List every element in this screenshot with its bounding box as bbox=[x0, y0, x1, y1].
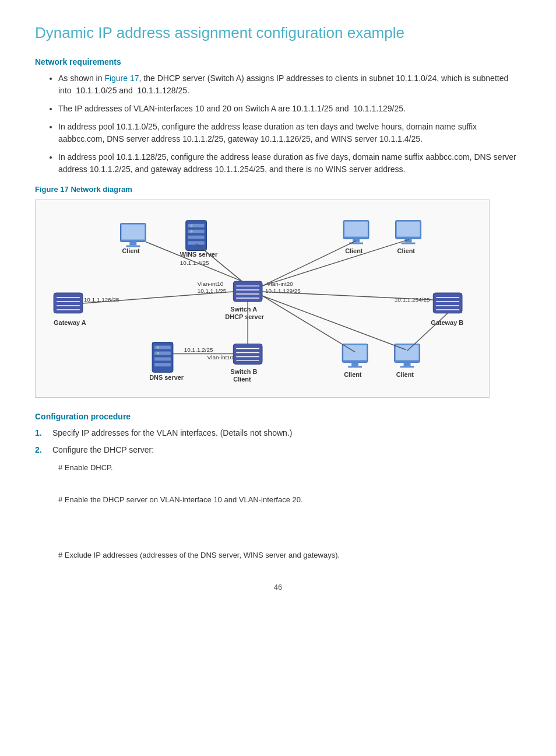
bullet-1: As shown in Figure 17, the DHCP server (… bbox=[58, 72, 521, 97]
page-title: Dynamic IP address assignment configurat… bbox=[35, 23, 521, 43]
switch-b-label1: Switch B bbox=[230, 368, 257, 375]
svg-rect-49 bbox=[351, 362, 358, 366]
client-bottomright2-label: Client bbox=[396, 371, 414, 378]
svg-rect-50 bbox=[348, 366, 362, 368]
dns-server-label: DNS server bbox=[149, 374, 184, 381]
figure-17-link[interactable]: Figure 17 bbox=[104, 74, 139, 83]
svg-rect-44 bbox=[154, 363, 171, 366]
comment-exclude-ip: # Exclude IP addresses (addresses of the… bbox=[58, 551, 521, 559]
vlan-int10-top: Vlan-int10 bbox=[198, 281, 224, 287]
comment-enable-dhcp: # Enable DHCP. bbox=[58, 463, 521, 472]
svg-rect-27 bbox=[397, 222, 420, 237]
svg-rect-13 bbox=[129, 242, 136, 245]
svg-rect-53 bbox=[404, 362, 411, 366]
network-diagram: Gateway A 10.1.1.126/25 Gateway B 10.1.1… bbox=[35, 200, 490, 398]
client-topleft-label: Client bbox=[122, 247, 140, 254]
figure-caption: Figure 17 Network diagram bbox=[35, 185, 521, 194]
svg-rect-12 bbox=[121, 225, 145, 240]
svg-rect-19 bbox=[188, 241, 205, 244]
bullet-3: In address pool 10.1.1.0/25, configure t… bbox=[58, 121, 521, 145]
svg-rect-43 bbox=[154, 357, 171, 360]
vlan-int10-bottom: Vlan-int10 bbox=[207, 354, 234, 360]
switch-a-label2: DHCP server bbox=[225, 313, 264, 320]
svg-rect-14 bbox=[126, 245, 140, 247]
page-number: 46 bbox=[35, 583, 521, 592]
configuration-steps: Specify IP addresses for the VLAN interf… bbox=[35, 427, 521, 456]
dns-ip: 10.1.1.2/25 bbox=[184, 346, 213, 353]
svg-rect-54 bbox=[400, 366, 414, 368]
comment-enable-vlan: # Enable the DHCP server on VLAN-interfa… bbox=[58, 495, 521, 504]
configuration-procedure-heading: Configuration procedure bbox=[35, 412, 521, 421]
network-requirements-heading: Network requirements bbox=[35, 57, 521, 66]
svg-point-46 bbox=[157, 352, 159, 354]
network-requirements-list: As shown in Figure 17, the DHCP server (… bbox=[35, 72, 521, 176]
diagram-svg: Gateway A 10.1.1.126/25 Gateway B 10.1.1… bbox=[36, 200, 489, 397]
svg-rect-35 bbox=[233, 344, 262, 364]
svg-rect-18 bbox=[188, 235, 205, 239]
gateway-b-label: Gateway B bbox=[431, 319, 463, 326]
wins-ip: 10.1.1.4/25 bbox=[180, 260, 209, 266]
switch-a-label1: Switch A bbox=[230, 306, 257, 313]
svg-point-21 bbox=[191, 230, 193, 232]
gateway-a-label: Gateway A bbox=[54, 319, 86, 326]
bullet-4: In address pool 10.1.1.128/25, configure… bbox=[58, 151, 521, 176]
client-topright1-label: Client bbox=[345, 247, 363, 254]
bullet-2: The IP addresses of VLAN-interfaces 10 a… bbox=[58, 103, 521, 115]
step-1: Specify IP addresses for the VLAN interf… bbox=[35, 427, 521, 439]
client-topright2-label: Client bbox=[397, 247, 416, 254]
svg-rect-29 bbox=[402, 242, 416, 244]
step-2: Configure the DHCP server: bbox=[35, 444, 521, 456]
svg-rect-23 bbox=[344, 222, 368, 237]
svg-point-20 bbox=[191, 225, 193, 227]
switch-b-label2: Client bbox=[233, 376, 251, 383]
svg-point-45 bbox=[157, 346, 159, 348]
client-bottomright1-label: Client bbox=[344, 371, 362, 378]
